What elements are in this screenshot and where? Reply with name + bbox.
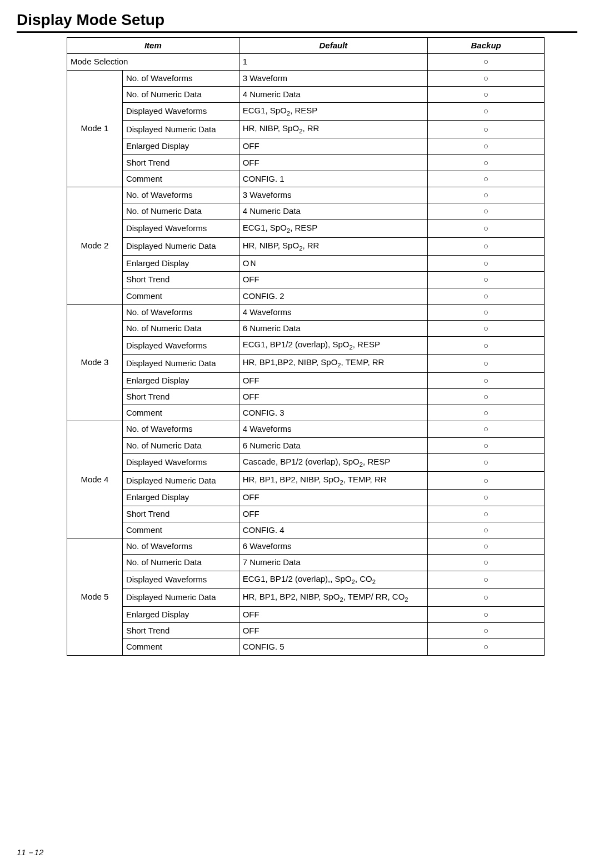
table-row: Displayed WaveformsCascade, BP1/2 (overl… — [67, 453, 545, 471]
item-cell: Displayed Numeric Data — [122, 472, 239, 490]
group-cell: Mode 5 — [67, 538, 123, 656]
backup-cell: ○ — [428, 187, 545, 203]
default-cell: ECG1, SpO2, RESP — [239, 220, 428, 237]
item-cell: Short Trend — [122, 272, 239, 288]
table-body: Mode Selection1○Mode 1No. of Waveforms3 … — [67, 54, 545, 655]
table-row: Displayed WaveformsECG1, BP1/2 (overlap)… — [67, 571, 545, 588]
item-cell: Comment — [122, 639, 239, 655]
backup-cell: ○ — [428, 571, 545, 588]
default-cell: OFF — [239, 138, 428, 154]
default-cell: CONFIG. 4 — [239, 522, 428, 538]
item-cell: Short Trend — [122, 154, 239, 171]
item-cell: Comment — [122, 405, 239, 421]
table-row: Enlarged DisplayOFF○ — [67, 490, 545, 506]
backup-cell: ○ — [428, 121, 545, 138]
item-cell: Displayed Numeric Data — [122, 355, 239, 372]
default-cell: OFF — [239, 272, 428, 288]
item-cell: Displayed Numeric Data — [122, 588, 239, 606]
default-cell: 1 — [239, 54, 428, 70]
item-cell: Displayed Waveforms — [122, 103, 239, 121]
table-row: Mode 1No. of Waveforms3 Waveform○ — [67, 70, 545, 86]
table-row: Mode 4No. of Waveforms4 Waveforms○ — [67, 421, 545, 437]
item-cell: Enlarged Display — [122, 256, 239, 272]
default-cell: OＮ — [239, 256, 428, 272]
backup-cell: ○ — [428, 490, 545, 506]
default-cell: OFF — [239, 388, 428, 405]
table-row: No. of Numeric Data7 Numeric Data○ — [67, 555, 545, 571]
table-row: CommentCONFIG. 2○ — [67, 288, 545, 304]
backup-cell: ○ — [428, 103, 545, 121]
default-cell: ECG1, BP1/2 (overlap),, SpO2, CO2 — [239, 571, 428, 588]
default-cell: 4 Numeric Data — [239, 86, 428, 102]
page-title: Display Mode Setup — [17, 11, 577, 33]
table-row: Displayed Numeric DataHR, NIBP, SpO2, RR… — [67, 121, 545, 138]
table-row: Short TrendOFF○ — [67, 623, 545, 639]
item-cell: Displayed Waveforms — [122, 337, 239, 355]
table-row: Displayed WaveformsECG1, BP1/2 (overlap)… — [67, 337, 545, 355]
item-cell: Short Trend — [122, 623, 239, 639]
group-cell: Mode 4 — [67, 421, 123, 538]
item-cell: Enlarged Display — [122, 138, 239, 154]
default-cell: 6 Numeric Data — [239, 437, 428, 453]
group-cell: Mode 1 — [67, 70, 123, 187]
item-cell: Displayed Waveforms — [122, 453, 239, 471]
table-row: Short TrendOFF○ — [67, 272, 545, 288]
backup-cell: ○ — [428, 555, 545, 571]
table-row: Mode 2No. of Waveforms3 Waveforms○ — [67, 187, 545, 203]
item-cell: No. of Waveforms — [122, 70, 239, 86]
default-cell: CONFIG. 5 — [239, 639, 428, 655]
default-cell: Cascade, BP1/2 (overlap), SpO2, RESP — [239, 453, 428, 471]
item-cell: Comment — [122, 288, 239, 304]
backup-cell: ○ — [428, 506, 545, 522]
item-cell: No. of Waveforms — [122, 304, 239, 320]
default-cell: HR, NIBP, SpO2, RR — [239, 121, 428, 138]
table-wrapper: Item Default Backup Mode Selection1○Mode… — [67, 37, 577, 656]
item-cell: No. of Numeric Data — [122, 555, 239, 571]
table-row: Displayed WaveformsECG1, SpO2, RESP○ — [67, 220, 545, 237]
backup-cell: ○ — [428, 606, 545, 622]
table-row: Enlarged DisplayOFF○ — [67, 138, 545, 154]
backup-cell: ○ — [428, 237, 545, 255]
backup-cell: ○ — [428, 288, 545, 304]
default-cell: ECG1, BP1/2 (overlap), SpO2, RESP — [239, 337, 428, 355]
default-cell: 6 Waveforms — [239, 538, 428, 555]
item-cell: No. of Numeric Data — [122, 437, 239, 453]
default-cell: 4 Waveforms — [239, 304, 428, 320]
backup-cell: ○ — [428, 538, 545, 555]
table-row: No. of Numeric Data4 Numeric Data○ — [67, 203, 545, 220]
settings-table: Item Default Backup Mode Selection1○Mode… — [67, 37, 545, 656]
table-row: Mode 3No. of Waveforms4 Waveforms○ — [67, 304, 545, 320]
item-cell: Enlarged Display — [122, 372, 239, 388]
table-row: Enlarged DisplayOFF○ — [67, 606, 545, 622]
backup-cell: ○ — [428, 256, 545, 272]
default-cell: OFF — [239, 154, 428, 171]
default-cell: 3 Waveform — [239, 70, 428, 86]
default-cell: CONFIG. 1 — [239, 171, 428, 187]
backup-cell: ○ — [428, 522, 545, 538]
default-cell: OFF — [239, 606, 428, 622]
backup-cell: ○ — [428, 203, 545, 220]
table-row: Displayed Numeric DataHR, BP1,BP2, NIBP,… — [67, 355, 545, 372]
default-cell: OFF — [239, 506, 428, 522]
table-row: Enlarged DisplayOFF○ — [67, 372, 545, 388]
item-cell: No. of Waveforms — [122, 538, 239, 555]
item-cell: No. of Waveforms — [122, 421, 239, 437]
table-row: Short TrendOFF○ — [67, 388, 545, 405]
table-row: Displayed Numeric DataHR, BP1, BP2, NIBP… — [67, 588, 545, 606]
table-header-row: Item Default Backup — [67, 38, 545, 54]
item-cell: No. of Waveforms — [122, 187, 239, 203]
header-backup: Backup — [428, 38, 545, 54]
item-cell: Short Trend — [122, 388, 239, 405]
backup-cell: ○ — [428, 70, 545, 86]
table-row: No. of Numeric Data4 Numeric Data○ — [67, 86, 545, 102]
default-cell: 7 Numeric Data — [239, 555, 428, 571]
table-row: Enlarged DisplayOＮ○ — [67, 256, 545, 272]
table-row: No. of Numeric Data6 Numeric Data○ — [67, 437, 545, 453]
item-cell: Displayed Waveforms — [122, 220, 239, 237]
item-cell: Enlarged Display — [122, 606, 239, 622]
table-row: Short TrendOFF○ — [67, 154, 545, 171]
backup-cell: ○ — [428, 623, 545, 639]
default-cell: CONFIG. 2 — [239, 288, 428, 304]
table-row: CommentCONFIG. 1○ — [67, 171, 545, 187]
backup-cell: ○ — [428, 388, 545, 405]
